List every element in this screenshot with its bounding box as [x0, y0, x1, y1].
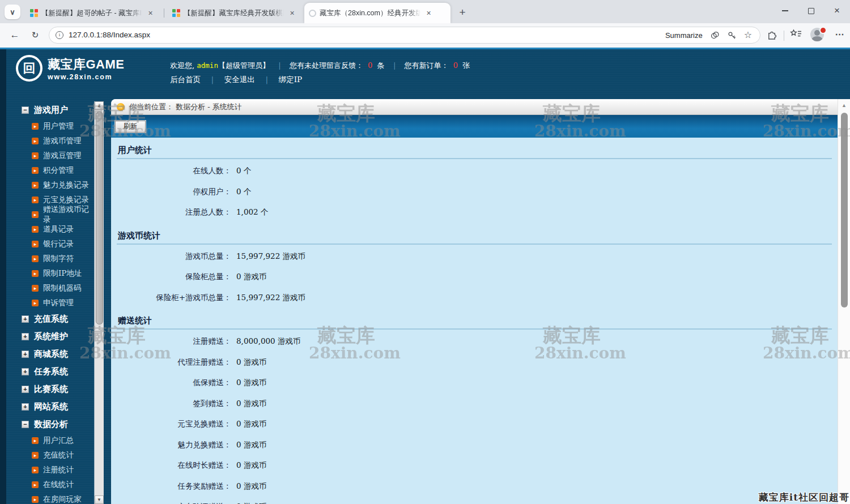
stats-content: 用户统计在线人数：0 个停权用户：0 个注册总人数：1,002 个游戏币统计游戏…	[111, 138, 838, 504]
sidebar-item[interactable]: ▸限制IP地址	[0, 266, 94, 281]
action-toolbar: 刷新	[111, 115, 838, 138]
arrow-bullet-icon: ▸	[32, 138, 39, 144]
restore-icon	[808, 8, 814, 14]
stat-value: 0 游戏币	[236, 440, 266, 450]
refresh-icon: ↻	[32, 30, 39, 40]
sidebar-group-2[interactable]: +系统维护	[0, 328, 94, 345]
sidebar-item[interactable]: ▸充值统计	[0, 448, 94, 463]
stat-label: 在线时长赠送：	[111, 460, 231, 471]
arrow-bullet-icon: ▸	[32, 255, 39, 262]
expand-icon[interactable]: +	[22, 351, 29, 358]
arrow-bullet-icon: ▸	[32, 300, 39, 306]
sidebar-item[interactable]: ▸限制机器码	[0, 281, 94, 296]
password-key-icon[interactable]	[727, 31, 737, 40]
arrow-bullet-icon: ▸	[32, 167, 39, 174]
sidebar-item[interactable]: ▸银行记录	[0, 237, 94, 251]
welcome-bar: 欢迎您, admin【超级管理员】 ｜ 您有未处理留言反馈： 0 条 ｜ 您有新…	[170, 61, 470, 71]
sidebar-item-label: 限制机器码	[43, 283, 82, 293]
expand-icon[interactable]: +	[22, 403, 29, 411]
site-info-icon[interactable]: i	[56, 31, 63, 39]
sidebar-item[interactable]: ▸申诉管理	[0, 296, 94, 310]
scroll-up-icon[interactable]: ▲	[95, 101, 104, 110]
refresh-data-button[interactable]: 刷新	[115, 121, 146, 133]
sidebar-group-1[interactable]: +充值系统	[0, 310, 94, 328]
sidebar-item[interactable]: ▸游戏币管理	[0, 134, 94, 148]
tab-search-button[interactable]: ∨	[5, 5, 20, 19]
close-button[interactable]: ×	[824, 0, 850, 22]
tab-close-icon[interactable]: ×	[287, 8, 297, 18]
arrow-bullet-icon: ▸	[32, 270, 39, 277]
sidebar-item[interactable]: ▸赠送游戏币记录	[0, 207, 94, 222]
content-scrollbar[interactable]: ▲	[838, 99, 850, 504]
back-button[interactable]: ←	[7, 27, 23, 43]
sidebar-item-label: 银行记录	[43, 239, 74, 249]
extensions-icon[interactable]	[767, 29, 777, 40]
link-bind-ip[interactable]: 绑定IP	[279, 75, 302, 84]
sidebar-group-5[interactable]: +比赛系统	[0, 381, 94, 398]
link-safe-logout[interactable]: 安全退出	[224, 75, 255, 84]
copilot-icon[interactable]	[710, 31, 720, 40]
favorite-star-icon[interactable]: ☆	[744, 31, 752, 40]
sidebar-item-label: 用户汇总	[43, 435, 74, 446]
link-backend-home[interactable]: 后台首页	[170, 75, 201, 84]
scroll-up-icon[interactable]: ▲	[838, 102, 850, 108]
tab-close-icon[interactable]: ×	[146, 8, 155, 18]
sidebar-item[interactable]: ▸在线统计	[0, 477, 94, 492]
stat-value: 15,997,922 游戏币	[236, 251, 305, 262]
tab-forum-board[interactable]: 【新提醒】藏宝库经典开发版棋牌 ×	[168, 3, 301, 23]
sidebar-item[interactable]: ▸魅力兑换记录	[0, 178, 94, 193]
breadcrumb: → 你当前位置： 数据分析 - 系统统计	[111, 99, 838, 115]
sidebar-item-label: 申诉管理	[43, 298, 74, 308]
collapse-icon[interactable]: −	[22, 421, 29, 428]
main-panel: → 你当前位置： 数据分析 - 系统统计 刷新 用户统计在线人数：0 个停权用户…	[111, 99, 838, 504]
refresh-button[interactable]: ↻	[27, 27, 43, 43]
arrow-bullet-icon: ▸	[32, 467, 39, 473]
sidebar-group-6[interactable]: +网站系统	[0, 398, 94, 416]
sidebar-item[interactable]: ▸积分管理	[0, 163, 94, 178]
sidebar-group-3[interactable]: +商城系统	[0, 345, 94, 363]
section-rows: 在线人数：0 个停权用户：0 个注册总人数：1,002 个	[111, 159, 838, 223]
more-menu-icon[interactable]: ⋯	[833, 26, 847, 42]
content-scroll-thumb[interactable]	[841, 113, 848, 307]
sidebar-item[interactable]: ▸限制字符	[0, 251, 94, 266]
arrow-bullet-icon: ▸	[32, 481, 39, 488]
tab-admin-panel-active[interactable]: 藏宝库（28xin.com）经典开发版棋牌 ×	[304, 3, 450, 23]
sidebar-scroll-thumb[interactable]	[96, 112, 103, 324]
expand-icon[interactable]: +	[22, 333, 29, 340]
stat-row: 游戏币总量：15,997,922 游戏币	[111, 246, 838, 267]
expand-icon[interactable]: +	[22, 315, 29, 323]
tab-forum-post[interactable]: 【新提醒】超哥的帖子 - 藏宝库It社区 ×	[26, 3, 162, 23]
sidebar-scrollbar[interactable]: ▲ ▼	[94, 101, 104, 504]
arrow-bullet-icon: ▸	[32, 197, 39, 203]
stat-value: 0 游戏币	[236, 378, 266, 388]
sidebar-item[interactable]: ▸用户管理	[0, 119, 94, 134]
sidebar-item[interactable]: ▸游戏豆管理	[0, 148, 94, 163]
restore-button[interactable]	[798, 0, 824, 22]
stat-label: 任务奖励赠送：	[111, 481, 231, 492]
expand-icon[interactable]: +	[22, 368, 29, 375]
sidebar-item[interactable]: ▸注册统计	[0, 463, 94, 477]
sidebar-group-4[interactable]: +任务系统	[0, 363, 94, 381]
summarize-button[interactable]: Summarize	[665, 31, 703, 40]
scroll-down-icon[interactable]: ▼	[95, 496, 104, 504]
arrow-bullet-icon: ▸	[32, 452, 39, 459]
new-tab-button[interactable]: +	[455, 5, 470, 20]
address-bar[interactable]: i 127.0.0.1:88/Index.aspx Summarize ☆	[49, 27, 760, 44]
tab-close-icon[interactable]: ×	[424, 8, 434, 18]
url-text[interactable]: 127.0.0.1:88/Index.aspx	[69, 27, 150, 43]
section-title: 赠送统计	[117, 308, 832, 330]
sidebar-item[interactable]: ▸用户汇总	[0, 433, 94, 448]
stat-row: 任务奖励赠送：0 游戏币	[111, 476, 838, 497]
favorites-icon[interactable]	[790, 29, 802, 39]
sidebar-item[interactable]: ▸在房间玩家	[0, 492, 94, 504]
tab-divider	[164, 8, 164, 18]
sidebar-group-7[interactable]: −数据分析	[0, 416, 94, 433]
screen: ∨ 【新提醒】超哥的帖子 - 藏宝库It社区 × 【新提醒】藏宝库经典开发版棋牌…	[0, 0, 850, 504]
site-grid-favicon	[172, 9, 180, 17]
sidebar-group-0[interactable]: −游戏用户	[0, 101, 94, 119]
minimize-button[interactable]	[772, 0, 798, 22]
section-title: 游戏币统计	[117, 223, 832, 245]
breadcrumb-path: 数据分析 - 系统统计	[176, 102, 242, 111]
expand-icon[interactable]: +	[22, 386, 29, 393]
collapse-icon[interactable]: −	[22, 106, 29, 114]
